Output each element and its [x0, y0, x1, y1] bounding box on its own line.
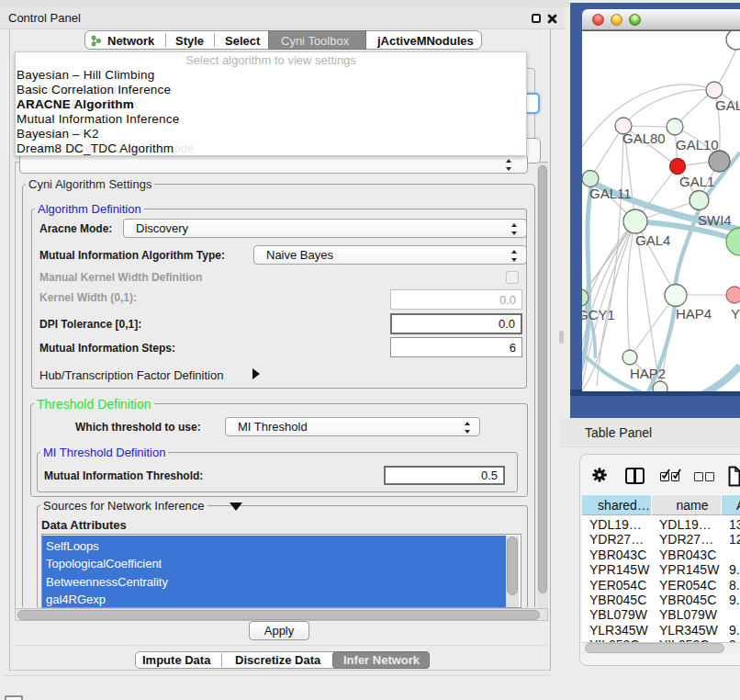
svg-text:SWI4: SWI4 — [698, 212, 732, 228]
svg-text:GAL11: GAL11 — [589, 186, 632, 201]
svg-text:Y: Y — [731, 306, 740, 322]
svg-text:GAL: GAL — [715, 97, 740, 113]
svg-text:HAP2: HAP2 — [630, 366, 666, 381]
svg-text:GAL10: GAL10 — [676, 137, 719, 152]
svg-text:GAL80: GAL80 — [622, 130, 666, 146]
svg-text:HAP4: HAP4 — [676, 306, 712, 322]
svg-text:GAL1: GAL1 — [679, 174, 714, 189]
svg-text:GCY1: GCY1 — [582, 307, 615, 322]
svg-text:GAL4: GAL4 — [635, 232, 670, 248]
